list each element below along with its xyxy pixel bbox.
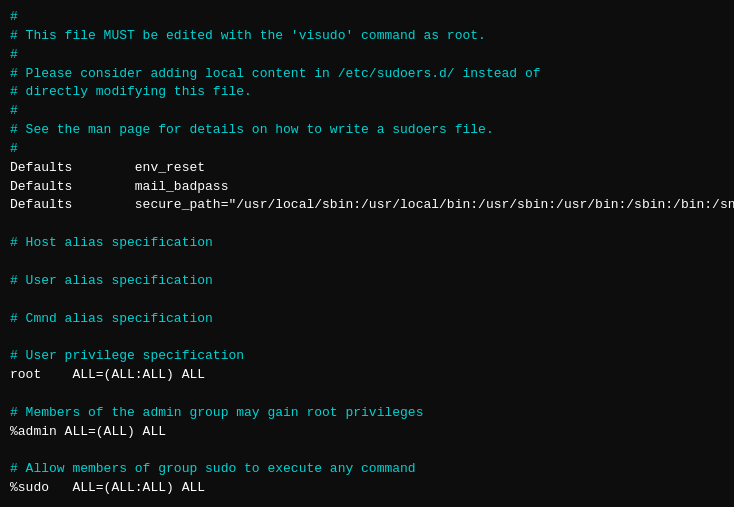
terminal-line: # See the man page for details on how to…	[10, 121, 724, 140]
terminal-line: Defaults secure_path="/usr/local/sbin:/u…	[10, 196, 724, 215]
terminal-line	[10, 385, 724, 404]
terminal-line: %sudo ALL=(ALL:ALL) ALL	[10, 479, 724, 498]
terminal-line: #	[10, 8, 724, 27]
terminal-line: # Allow members of group sudo to execute…	[10, 460, 724, 479]
terminal-line: #	[10, 140, 724, 159]
terminal-line: Defaults mail_badpass	[10, 178, 724, 197]
terminal-line: root ALL=(ALL:ALL) ALL	[10, 366, 724, 385]
terminal-line	[10, 253, 724, 272]
terminal-line: Defaults env_reset	[10, 159, 724, 178]
terminal-line	[10, 328, 724, 347]
terminal-line: #	[10, 46, 724, 65]
terminal-line: # Members of the admin group may gain ro…	[10, 404, 724, 423]
terminal-line	[10, 291, 724, 310]
terminal-line: # This file MUST be edited with the 'vis…	[10, 27, 724, 46]
terminal-line: # Cmnd alias specification	[10, 310, 724, 329]
terminal-line: # User privilege specification	[10, 347, 724, 366]
terminal-line	[10, 215, 724, 234]
terminal-window: ## This file MUST be edited with the 'vi…	[0, 0, 734, 507]
terminal-line: # User alias specification	[10, 272, 724, 291]
terminal-line: # directly modifying this file.	[10, 83, 724, 102]
terminal-line: # Please consider adding local content i…	[10, 65, 724, 84]
terminal-line: %admin ALL=(ALL) ALL	[10, 423, 724, 442]
terminal-line: #	[10, 102, 724, 121]
terminal-line	[10, 441, 724, 460]
terminal-line: # Host alias specification	[10, 234, 724, 253]
terminal-line	[10, 498, 724, 507]
